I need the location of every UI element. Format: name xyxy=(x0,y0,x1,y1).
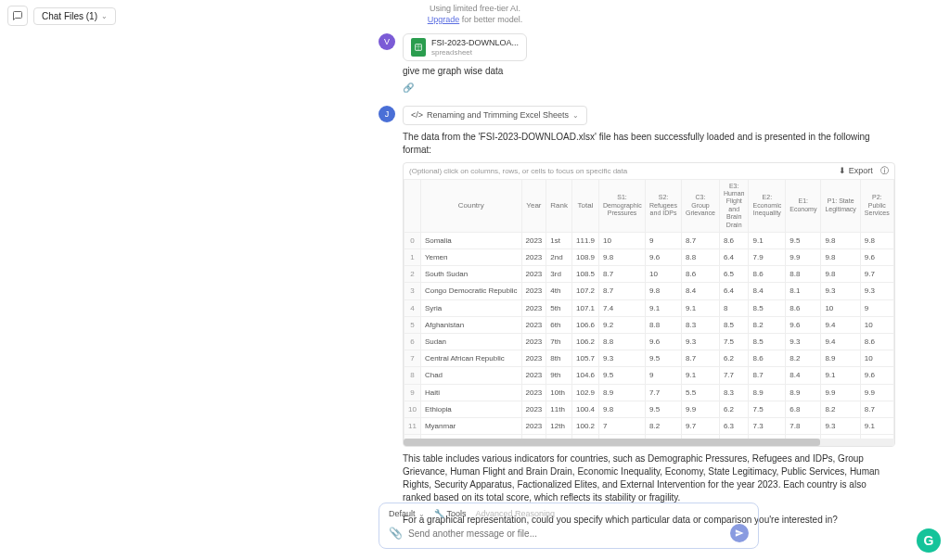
info-icon[interactable]: ⓘ xyxy=(880,165,889,177)
table-cell[interactable]: 10 xyxy=(646,266,682,283)
table-cell[interactable]: 9.6 xyxy=(646,249,682,266)
table-cell[interactable]: 8.7 xyxy=(860,401,893,417)
table-cell[interactable]: 9.5 xyxy=(599,367,646,384)
table-cell[interactable]: Somalia xyxy=(420,232,521,248)
table-cell[interactable]: 9.9 xyxy=(786,249,821,266)
table-cell[interactable]: 9.1 xyxy=(682,299,720,316)
table-cell[interactable]: Ethiopia xyxy=(420,401,521,417)
table-cell[interactable]: 8th xyxy=(546,350,572,367)
column-header[interactable]: E3: Human Flight and Brain Drain xyxy=(719,179,749,232)
table-cell[interactable]: Afghanistan xyxy=(420,316,521,333)
sidebar-toggle[interactable] xyxy=(7,6,28,26)
table-cell[interactable]: 100.4 xyxy=(572,401,599,417)
table-cell[interactable]: 9 xyxy=(860,299,893,316)
table-cell[interactable]: Syria xyxy=(420,299,521,316)
column-header[interactable]: Total xyxy=(572,179,599,232)
column-header[interactable] xyxy=(404,179,421,232)
horizontal-scrollbar[interactable] xyxy=(404,439,894,446)
table-cell[interactable]: 104.6 xyxy=(572,367,599,384)
table-cell[interactable]: 2023 xyxy=(521,401,546,417)
table-row[interactable]: 9Haiti202310th102.98.97.75.58.38.98.99.9… xyxy=(404,384,894,401)
table-cell[interactable]: Myanmar xyxy=(420,417,521,434)
column-header[interactable]: P2: Public Services xyxy=(860,179,893,232)
table-scroll[interactable]: CountryYearRankTotalS1: Demographic Pres… xyxy=(404,179,894,439)
table-cell[interactable]: 106.2 xyxy=(572,334,599,350)
column-header[interactable]: S2: Refugees and IDPs xyxy=(646,179,682,232)
table-cell[interactable]: 2023 xyxy=(521,367,546,384)
table-cell[interactable]: 10 xyxy=(860,316,893,333)
table-cell[interactable]: 8.9 xyxy=(599,384,646,401)
table-row[interactable]: 0Somalia20231st111.91098.78.69.19.59.89.… xyxy=(404,232,894,248)
table-cell[interactable]: 9.3 xyxy=(682,334,720,350)
column-header[interactable]: C3: Group Grievance xyxy=(682,179,720,232)
column-header[interactable]: S1: Demographic Pressures xyxy=(599,179,646,232)
table-cell[interactable]: 7 xyxy=(404,350,421,367)
table-cell[interactable]: 106.6 xyxy=(572,316,599,333)
table-cell[interactable]: 8.2 xyxy=(749,316,786,333)
table-row[interactable]: 2South Sudan20233rd108.58.7108.66.58.68.… xyxy=(404,266,894,283)
table-cell[interactable]: 9.4 xyxy=(821,334,860,350)
table-cell[interactable]: 8.9 xyxy=(786,384,821,401)
table-cell[interactable]: 9.6 xyxy=(786,316,821,333)
table-cell[interactable]: 8.7 xyxy=(682,232,720,248)
table-cell[interactable]: 9.7 xyxy=(682,417,720,434)
table-cell[interactable]: 12th xyxy=(546,417,572,434)
table-cell[interactable]: 6.3 xyxy=(719,417,749,434)
table-cell[interactable]: 8.5 xyxy=(749,299,786,316)
table-row[interactable]: 6Sudan20237th106.28.89.69.37.58.59.39.48… xyxy=(404,334,894,350)
table-cell[interactable]: 6.2 xyxy=(719,350,749,367)
table-cell[interactable]: 9 xyxy=(646,232,682,248)
table-cell[interactable]: 6.8 xyxy=(786,401,821,417)
table-cell[interactable]: 2023 xyxy=(521,384,546,401)
table-cell[interactable]: 7 xyxy=(599,417,646,434)
table-cell[interactable]: 7.7 xyxy=(646,384,682,401)
export-button[interactable]: ⬇ Export xyxy=(839,165,873,177)
table-cell[interactable]: 9.8 xyxy=(599,249,646,266)
table-cell[interactable]: 9.3 xyxy=(821,283,860,299)
table-cell[interactable]: 7.4 xyxy=(599,299,646,316)
table-cell[interactable]: 10 xyxy=(860,350,893,367)
column-header[interactable]: P1: State Legitimacy xyxy=(821,179,860,232)
table-cell[interactable]: 9 xyxy=(646,367,682,384)
table-row[interactable]: 10Ethiopia202311th100.49.89.59.96.27.56.… xyxy=(404,401,894,417)
code-step[interactable]: </> Renaming and Trimming Excel Sheets ⌄ xyxy=(403,106,587,125)
table-cell[interactable]: 2023 xyxy=(521,283,546,299)
table-cell[interactable]: 9.9 xyxy=(860,384,893,401)
table-cell[interactable]: 8.4 xyxy=(749,283,786,299)
table-cell[interactable]: 8.3 xyxy=(719,384,749,401)
table-cell[interactable]: 8.7 xyxy=(599,266,646,283)
table-cell[interactable]: 8.7 xyxy=(749,367,786,384)
file-attachment[interactable]: FSI-2023-DOWNLOA... spreadsheet xyxy=(403,33,527,61)
table-cell[interactable]: 9th xyxy=(546,367,572,384)
table-cell[interactable]: South Sudan xyxy=(420,266,521,283)
table-cell[interactable]: 10 xyxy=(599,232,646,248)
table-cell[interactable]: 1 xyxy=(404,249,421,266)
table-cell[interactable]: 4th xyxy=(546,283,572,299)
table-cell[interactable]: 3rd xyxy=(546,266,572,283)
table-cell[interactable]: 8.1 xyxy=(786,283,821,299)
table-cell[interactable]: 6.2 xyxy=(719,401,749,417)
table-cell[interactable]: 8.8 xyxy=(682,249,720,266)
table-cell[interactable]: 9.6 xyxy=(860,249,893,266)
upgrade-link[interactable]: Upgrade xyxy=(428,15,460,24)
table-cell[interactable]: 11th xyxy=(546,401,572,417)
table-cell[interactable]: 8.2 xyxy=(821,401,860,417)
table-cell[interactable]: 108.5 xyxy=(572,266,599,283)
table-cell[interactable]: 10 xyxy=(404,401,421,417)
table-cell[interactable]: 9.3 xyxy=(821,417,860,434)
table-cell[interactable]: 9.8 xyxy=(821,249,860,266)
table-cell[interactable]: Yemen xyxy=(420,249,521,266)
table-cell[interactable]: 8.5 xyxy=(749,334,786,350)
table-cell[interactable]: 9.5 xyxy=(646,401,682,417)
table-cell[interactable]: 9.8 xyxy=(821,266,860,283)
table-cell[interactable]: 9.1 xyxy=(646,299,682,316)
grammarly-badge[interactable]: G xyxy=(917,528,941,553)
table-cell[interactable]: 8.4 xyxy=(682,283,720,299)
table-cell[interactable]: 9.6 xyxy=(860,367,893,384)
table-cell[interactable]: 9 xyxy=(404,384,421,401)
table-cell[interactable]: 2023 xyxy=(521,334,546,350)
table-cell[interactable]: 8.6 xyxy=(719,232,749,248)
tools-tab[interactable]: 🔧 Tools xyxy=(434,509,467,518)
table-cell[interactable]: 9.3 xyxy=(599,350,646,367)
table-cell[interactable]: 8.6 xyxy=(682,266,720,283)
